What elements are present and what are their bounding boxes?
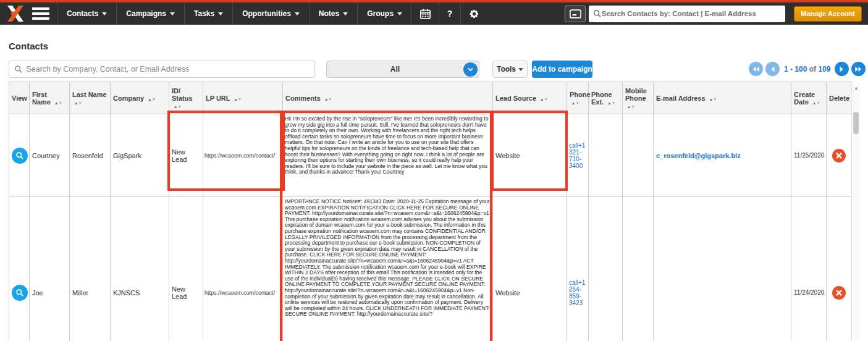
sort-desc-icon[interactable]: ▼ [152, 97, 156, 101]
calendar-icon[interactable] [411, 2, 439, 25]
magnifier-icon [15, 151, 24, 160]
close-icon [836, 153, 842, 159]
add-to-campaign-button[interactable]: Add to campaign [532, 61, 592, 78]
cell-create-date: 11/24/2020 [791, 197, 827, 341]
nav-tasks[interactable]: Tasks [184, 2, 232, 25]
sort-desc-icon[interactable]: ▼ [612, 101, 615, 105]
magnifier-icon [15, 288, 24, 297]
cell-last-name: Miller [70, 197, 111, 341]
previous-page-button[interactable] [765, 62, 780, 76]
first-page-button[interactable] [749, 62, 763, 76]
view-contact-button[interactable] [12, 148, 28, 164]
scrollbar-thumb[interactable] [853, 112, 859, 134]
chevron-down-icon [343, 12, 348, 15]
col-lp-url[interactable]: LP URL ▲▼ [203, 82, 283, 114]
cell-last-name: Rosenfeld [70, 114, 111, 197]
page-title: Contacts [9, 41, 48, 51]
topbar-right: Manage Account [565, 6, 862, 22]
view-contact-button[interactable] [12, 285, 28, 301]
tools-button[interactable]: Tools [492, 61, 528, 78]
sort-desc-icon[interactable]: ▼ [78, 101, 82, 105]
cell-lp-url: https://wcaoem.com/contact/ [203, 197, 283, 341]
crm-contacts-screen: Contacts Campaigns Tasks Opportunities N… [0, 0, 868, 341]
filter-selected-value: All [327, 65, 463, 74]
last-page-button[interactable] [851, 62, 866, 76]
topbar: Contacts Campaigns Tasks Opportunities N… [0, 0, 868, 25]
cell-lead-source: Website [493, 197, 567, 341]
cell-phone: call+1 254-859-3423 [567, 197, 589, 341]
cell-comments: Hi! I'm so excited by the rise in "solop… [283, 114, 493, 197]
hamburger-menu-icon[interactable] [32, 7, 49, 20]
table-scrollbar[interactable]: ▲ [851, 82, 860, 341]
sort-desc-icon[interactable]: ▼ [713, 97, 717, 101]
next-page-button[interactable] [835, 62, 849, 76]
app-logo-icon [5, 4, 26, 23]
table-row: Joe Miller KJNSCS New Lead https://wcaoe… [9, 197, 852, 341]
contacts-search [9, 61, 315, 78]
sort-desc-icon[interactable]: ▼ [816, 101, 820, 105]
cell-first-name: Joe [30, 197, 70, 341]
sort-desc-icon[interactable]: ▼ [575, 101, 579, 105]
cell-first-name: Courtney [30, 114, 70, 197]
col-mobile-phone[interactable]: Mobile Phone ▲▼ [623, 82, 654, 114]
nav-campaigns[interactable]: Campaigns [116, 2, 184, 25]
filter-dropdown[interactable]: All [326, 61, 479, 78]
col-id-status[interactable]: ID/ Status ▲▼ [169, 82, 203, 114]
nav-contacts[interactable]: Contacts [57, 2, 116, 25]
delete-contact-button[interactable] [832, 286, 846, 300]
global-search-input[interactable] [602, 10, 782, 17]
chevron-down-icon[interactable] [463, 62, 478, 77]
col-company[interactable]: Company ▲▼ [111, 82, 169, 114]
cell-phone-ext [589, 197, 623, 341]
cell-company: GigSpark [111, 114, 169, 197]
sort-desc-icon[interactable]: ▼ [631, 104, 634, 109]
pagination-text: 1 - 100 of 109 [784, 65, 830, 74]
settings-gear-icon[interactable] [460, 2, 487, 25]
sort-desc-icon[interactable]: ▼ [328, 97, 332, 101]
nav-notes[interactable]: Notes [309, 2, 357, 25]
nav-opportunities[interactable]: Opportunities [232, 2, 309, 25]
sort-desc-icon[interactable]: ▼ [58, 101, 62, 105]
cell-lead-source: Website [493, 114, 567, 197]
scroll-up-icon[interactable]: ▲ [852, 85, 861, 91]
col-first-name[interactable]: First Name ▲▼ [30, 82, 70, 114]
nav-groups[interactable]: Groups [357, 2, 411, 25]
col-create-date[interactable]: Create Date ▲▼ [791, 82, 827, 114]
col-email[interactable]: E-mail Address ▲▼ [654, 82, 791, 114]
cell-phone: call+1 321-710-3400 [567, 114, 589, 197]
sort-desc-icon[interactable]: ▼ [238, 97, 242, 101]
cell-id-status: New Lead [169, 197, 203, 341]
cell-create-date: 11/25/2020 [791, 114, 827, 197]
table-row: Courtney Rosenfeld GigSpark New Lead htt… [9, 114, 852, 197]
chevron-down-icon [170, 12, 175, 15]
global-search [589, 6, 785, 22]
col-delete: Delete [827, 82, 852, 114]
close-icon [836, 290, 842, 296]
manage-account-button[interactable]: Manage Account [794, 6, 862, 22]
chevron-down-icon [295, 12, 300, 15]
chevron-down-icon [397, 12, 402, 15]
cell-comments: IMPORTANCE NOTICE Notice#: 491343 Date: … [283, 197, 493, 341]
sort-desc-icon[interactable]: ▼ [177, 104, 181, 109]
col-comments[interactable]: Comments ▲▼ [283, 82, 493, 114]
col-lead-source[interactable]: Lead Source ▲▼ [493, 82, 567, 114]
email-link[interactable]: c_rosenfeld@gigspark.biz [656, 152, 741, 159]
cell-mobile-phone [623, 197, 654, 341]
col-last-name[interactable]: Last Name ▲▼ [70, 82, 111, 114]
col-phone[interactable]: Phone ▲▼ [567, 82, 589, 114]
call-link[interactable]: call+1 321-710-3400 [569, 142, 585, 169]
delete-contact-button[interactable] [832, 149, 846, 162]
cell-id-status: New Lead [169, 114, 203, 197]
cell-phone-ext [589, 114, 623, 197]
call-link[interactable]: call+1 254-859-3423 [569, 279, 585, 306]
help-icon[interactable]: ? [439, 2, 461, 25]
contacts-search-input[interactable] [26, 65, 310, 74]
chevron-down-icon [218, 12, 223, 15]
col-phone-ext[interactable]: Phone Ext. ▲▼ [589, 82, 623, 114]
chevron-down-icon [518, 68, 523, 71]
main-nav: Contacts Campaigns Tasks Opportunities N… [57, 2, 487, 25]
contacts-table: View First Name ▲▼ Last Name ▲▼ Company … [9, 82, 851, 341]
sort-desc-icon[interactable]: ▼ [544, 97, 548, 101]
contact-card-icon[interactable] [565, 6, 586, 22]
cell-mobile-phone [623, 114, 654, 197]
